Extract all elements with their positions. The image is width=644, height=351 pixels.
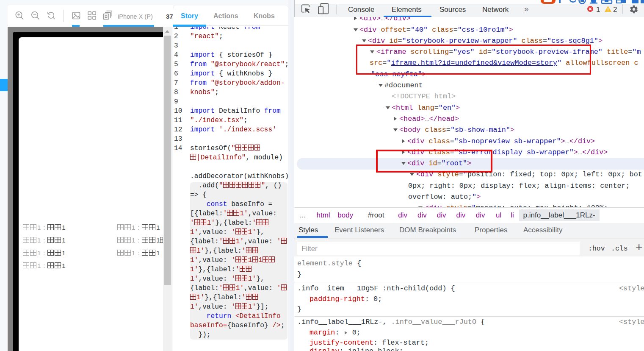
svg-text:iPhone X (P): iPhone X (P) xyxy=(118,13,153,20)
svg-text:37: 37 xyxy=(166,13,173,20)
